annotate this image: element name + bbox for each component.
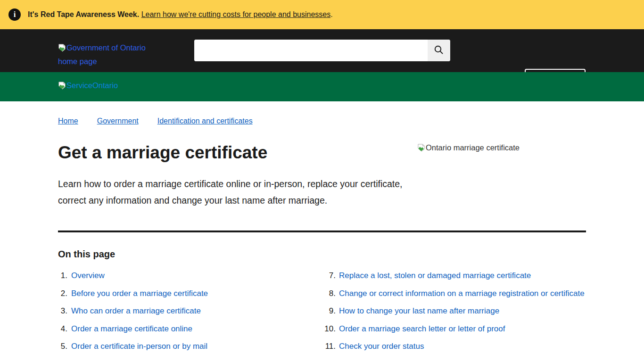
government-logo-alt-text: Government of Ontario home page xyxy=(58,43,146,66)
certificate-image-placeholder: Ontario marriage certificate xyxy=(417,143,520,209)
government-of-ontario-home-link[interactable]: Government of Ontario home page xyxy=(58,41,150,67)
toc-item-number: 10. xyxy=(321,325,336,333)
banner-bold-text: It's Red Tape Awareness Week. xyxy=(28,10,139,18)
toc-item-number: 3. xyxy=(58,307,67,315)
toc-item-link[interactable]: Check your order status xyxy=(339,342,424,350)
breadcrumb-link[interactable]: Identification and certificates xyxy=(157,117,253,125)
main-content: Home Government Identification and certi… xyxy=(58,117,586,350)
toc-item-number: 1. xyxy=(58,272,67,280)
table-of-contents: 1. Overview 2. Before you order a marria… xyxy=(58,272,586,350)
toc-item-link[interactable]: Overview xyxy=(71,272,105,280)
toc-item-number: 7. xyxy=(321,272,336,280)
toc-item-number: 8. xyxy=(321,289,336,297)
toc-item-link[interactable]: Who can order a marriage certificate xyxy=(71,307,201,315)
lead-section: Get a marriage certificate Learn how to … xyxy=(58,125,586,209)
toc-item-number: 5. xyxy=(58,342,67,350)
search-input[interactable] xyxy=(194,40,428,61)
toc-item-link[interactable]: Before you order a marriage certificate xyxy=(71,289,208,297)
serviceontario-band: ServiceOntario xyxy=(0,72,644,101)
search-icon xyxy=(433,44,445,57)
site-header: Government of Ontario home page Français… xyxy=(0,29,644,72)
toc-item-number: 2. xyxy=(58,289,67,297)
search-bar xyxy=(194,40,450,61)
intro-paragraph: Learn how to order a marriage certificat… xyxy=(58,176,409,209)
breadcrumb-link[interactable]: Government xyxy=(97,117,139,125)
breadcrumb-link[interactable]: Home xyxy=(58,117,78,125)
breadcrumb: Home Government Identification and certi… xyxy=(58,117,586,125)
banner-link[interactable]: Learn how we're cutting costs for people… xyxy=(141,10,331,18)
toc-item-link[interactable]: Order a certificate in-person or by mail xyxy=(71,342,207,350)
toc-item: 8. Change or correct information on a ma… xyxy=(321,289,585,297)
certificate-image-alt-text: Ontario marriage certificate xyxy=(426,143,520,152)
broken-image-icon xyxy=(417,144,425,154)
page-title: Get a marriage certificate xyxy=(58,143,409,163)
banner-message: It's Red Tape Awareness Week. Learn how … xyxy=(28,10,333,19)
toc-item: 11. Check your order status xyxy=(321,342,585,350)
toc-item-link[interactable]: Replace a lost, stolen or damaged marria… xyxy=(339,272,531,280)
banner-suffix: . xyxy=(330,10,332,18)
toc-item-number: 9. xyxy=(321,307,336,315)
toc-item-number: 11. xyxy=(321,342,336,350)
serviceontario-home-link[interactable]: ServiceOntario xyxy=(58,81,118,91)
serviceontario-logo-alt-text: ServiceOntario xyxy=(66,81,118,90)
toc-item-link[interactable]: How to change your last name after marri… xyxy=(339,307,499,315)
alert-banner: i It's Red Tape Awareness Week. Learn ho… xyxy=(0,0,644,29)
toc-item: 7. Replace a lost, stolen or damaged mar… xyxy=(321,272,585,280)
toc-item-number: 4. xyxy=(58,325,67,333)
broken-image-icon xyxy=(58,82,66,91)
toc-item: 9. How to change your last name after ma… xyxy=(321,307,585,315)
toc-item-link[interactable]: Order a marriage search letter or letter… xyxy=(339,325,505,333)
on-this-page-heading: On this page xyxy=(58,249,586,260)
info-icon: i xyxy=(8,8,21,21)
toc-item: 10. Order a marriage search letter or le… xyxy=(321,325,585,333)
toc-item-link[interactable]: Order a marriage certificate online xyxy=(71,325,192,333)
toc-item-link[interactable]: Change or correct information on a marri… xyxy=(339,289,585,297)
toc-right-column: 7. Replace a lost, stolen or damaged mar… xyxy=(321,272,585,360)
section-divider xyxy=(58,230,586,232)
search-button[interactable] xyxy=(428,40,450,61)
lead-text-column: Get a marriage certificate Learn how to … xyxy=(58,125,409,209)
broken-image-icon xyxy=(58,43,66,55)
